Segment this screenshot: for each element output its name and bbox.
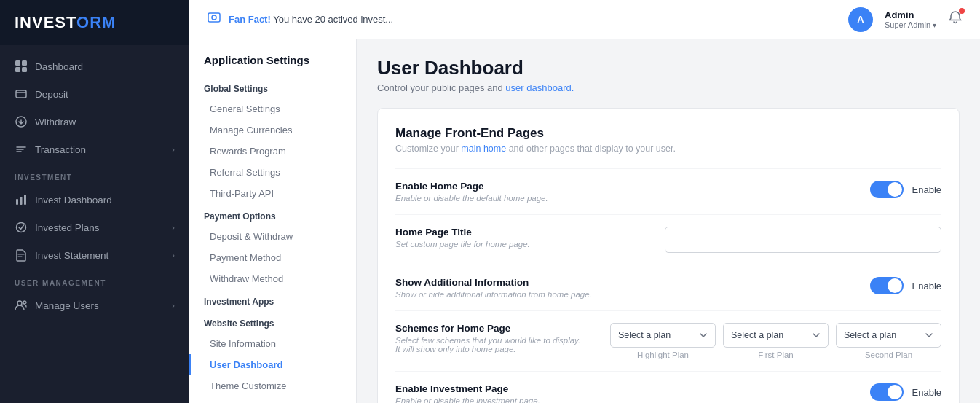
sidebar-item-invested-plans-label: Invested Plans xyxy=(35,222,165,233)
home-page-title-control xyxy=(665,227,941,253)
enable-home-page-row: Enable Home Page Enable or disable the d… xyxy=(395,168,941,214)
enable-home-page-toggle[interactable] xyxy=(870,181,904,198)
second-plan-sublabel: Second Plan xyxy=(865,351,912,359)
sidebar-item-deposit[interactable]: Deposit xyxy=(0,80,189,108)
show-additional-info-toggle[interactable] xyxy=(870,277,904,294)
enable-investment-page-label-group: Enable Investment Page Enable or disable… xyxy=(395,383,858,403)
fan-fact-prefix: Fan Fact! xyxy=(229,14,271,25)
card-subtitle-link: main home xyxy=(461,144,506,154)
second-plan-label: Select a plan xyxy=(844,330,896,340)
home-page-title-label: Home Page Title xyxy=(395,227,653,238)
home-page-title-input[interactable] xyxy=(665,227,941,253)
notification-badge xyxy=(959,8,965,14)
settings-section-payment: Payment Options xyxy=(189,204,356,226)
sidebar-item-manage-users-label: Manage Users xyxy=(35,300,165,311)
svg-point-13 xyxy=(212,15,216,20)
settings-item-site-information[interactable]: Site Information xyxy=(189,333,356,354)
highlight-plan-select[interactable]: Select a plan xyxy=(610,323,716,348)
notification-bell-button[interactable] xyxy=(948,10,963,28)
settings-item-user-dashboard[interactable]: User Dashboard xyxy=(189,354,356,375)
sidebar-item-transaction[interactable]: Transaction › xyxy=(0,136,189,163)
settings-item-deposit-withdraw[interactable]: Deposit & Withdraw xyxy=(189,226,356,247)
topbar: Fan Fact! You have 20 actived invest... … xyxy=(189,0,980,39)
enable-home-page-toggle-label: Enable xyxy=(912,184,941,195)
settings-item-withdraw-method[interactable]: Withdraw Method xyxy=(189,268,356,289)
schemes-dropdowns-group: Select a plan Highlight Plan Select a pl… xyxy=(610,323,941,359)
settings-item-third-party-api[interactable]: Third-Party API xyxy=(189,183,356,204)
sidebar-item-invest-statement[interactable]: Invest Statement › xyxy=(0,241,189,269)
first-plan-select[interactable]: Select a plan xyxy=(723,323,829,348)
chevron-down-icon-2 xyxy=(812,331,821,340)
invested-plans-chevron-icon: › xyxy=(172,223,175,232)
main-content: User Dashboard Control your public pages… xyxy=(357,39,980,403)
sidebar-item-withdraw-label: Withdraw xyxy=(35,117,175,128)
fan-fact-icon xyxy=(207,10,221,28)
sidebar-nav: Dashboard Deposit Withdraw xyxy=(0,45,189,403)
enable-investment-page-control: Enable xyxy=(870,383,941,401)
sidebar-item-invest-dashboard[interactable]: Invest Dashboard xyxy=(0,186,189,214)
settings-item-payment-method[interactable]: Payment Method xyxy=(189,247,356,268)
avatar: A xyxy=(848,7,873,32)
deposit-icon xyxy=(15,87,28,101)
settings-item-theme-customize[interactable]: Theme Customize xyxy=(189,375,356,396)
home-page-title-label-group: Home Page Title Set custom page tile for… xyxy=(395,227,653,249)
chevron-down-icon: ▾ xyxy=(933,21,936,29)
enable-investment-page-label: Enable Investment Page xyxy=(395,383,858,394)
content-area: Application Settings Global Settings Gen… xyxy=(189,39,980,403)
settings-section-website: Website Settings xyxy=(189,311,356,333)
enable-investment-page-toggle-label: Enable xyxy=(912,387,941,398)
settings-item-rewards-program[interactable]: Rewards Program xyxy=(189,141,356,162)
sidebar: INVESTORM Dashboard Deposi xyxy=(0,0,189,403)
schemes-hint1: Select few schemes that you would like t… xyxy=(395,336,598,345)
show-additional-info-hint: Show or hide additional information from… xyxy=(395,290,858,299)
settings-item-general-settings[interactable]: General Settings xyxy=(189,98,356,120)
settings-item-manage-currencies[interactable]: Manage Currencies xyxy=(189,120,356,141)
second-plan-select[interactable]: Select a plan xyxy=(836,323,941,348)
show-additional-info-row: Show Additional Information Show or hide… xyxy=(395,265,941,310)
chart-icon xyxy=(15,193,28,206)
highlight-plan-sublabel: Highlight Plan xyxy=(637,351,689,359)
investment-section-label: INVESTMENT xyxy=(0,163,189,186)
svg-point-11 xyxy=(23,301,26,304)
highlight-plan-wrap: Select a plan Highlight Plan xyxy=(610,323,716,359)
enable-home-page-label: Enable Home Page xyxy=(395,181,858,192)
schemes-dropdowns: Select a plan Highlight Plan Select a pl… xyxy=(610,323,941,359)
settings-sidebar-title: Application Settings xyxy=(189,54,356,77)
sidebar-item-invest-statement-label: Invest Statement xyxy=(35,250,165,261)
svg-rect-4 xyxy=(16,90,26,98)
svg-rect-0 xyxy=(15,60,20,66)
highlight-plan-label: Select a plan xyxy=(618,330,671,340)
settings-section-investment-apps: Investment Apps xyxy=(189,289,356,311)
settings-item-referral-settings[interactable]: Referral Settings xyxy=(189,162,356,183)
main-area: Fan Fact! You have 20 actived invest... … xyxy=(189,0,980,403)
page-subtitle: Control your public pages and user dashb… xyxy=(377,82,960,93)
sidebar-item-dashboard[interactable]: Dashboard xyxy=(0,52,189,80)
sidebar-item-dashboard-label: Dashboard xyxy=(35,61,175,72)
sidebar-item-manage-users[interactable]: Manage Users › xyxy=(0,292,189,319)
svg-point-10 xyxy=(17,301,22,305)
sidebar-item-invested-plans[interactable]: Invested Plans › xyxy=(0,214,189,241)
show-additional-info-label-group: Show Additional Information Show or hide… xyxy=(395,277,858,299)
svg-rect-6 xyxy=(16,199,18,205)
logo: INVESTORM xyxy=(0,0,189,45)
first-plan-wrap: Select a plan First Plan xyxy=(723,323,829,359)
page-subtitle-link: user dashboard. xyxy=(505,82,574,93)
schemes-label: Schemes for Home Page xyxy=(395,323,598,334)
user-management-section-label: USER MANAGEMENT xyxy=(0,269,189,292)
schemes-control: Select a plan Highlight Plan Select a pl… xyxy=(610,323,941,359)
admin-name: Admin xyxy=(885,9,914,20)
sidebar-item-withdraw[interactable]: Withdraw xyxy=(0,108,189,136)
schemes-hint2: It will show only into home page. xyxy=(395,345,598,353)
schemes-home-page-row: Schemes for Home Page Select few schemes… xyxy=(395,310,941,371)
enable-home-page-control: Enable xyxy=(870,181,941,198)
card-title: Manage Front-End Pages xyxy=(395,126,941,141)
enable-investment-page-toggle[interactable] xyxy=(870,383,904,401)
settings-section-global: Global Settings xyxy=(189,77,356,98)
sidebar-item-invest-dashboard-label: Invest Dashboard xyxy=(35,195,175,206)
svg-rect-7 xyxy=(20,197,23,205)
home-page-title-row: Home Page Title Set custom page tile for… xyxy=(395,214,941,265)
svg-rect-12 xyxy=(208,13,220,22)
show-additional-info-label: Show Additional Information xyxy=(395,277,858,288)
manage-frontend-pages-card: Manage Front-End Pages Customize your ma… xyxy=(377,108,960,403)
logo-text: INVESTORM xyxy=(15,13,116,32)
